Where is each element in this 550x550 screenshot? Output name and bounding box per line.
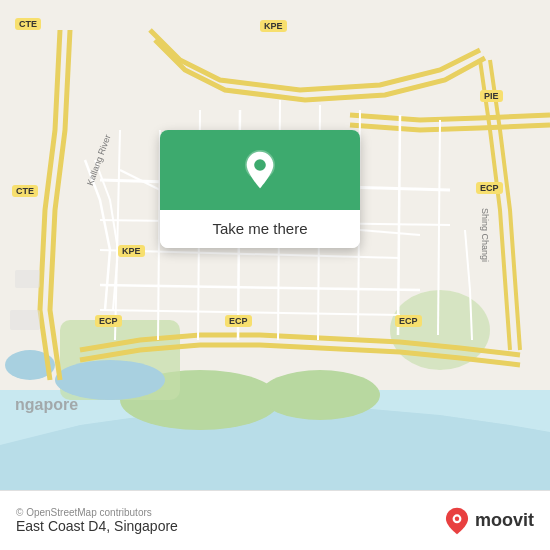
svg-point-29 [455, 516, 459, 520]
map-container: ngapore CTE KPE PIE CTE KPE ECP ECP ECP … [0, 0, 550, 550]
road-label-kpe-top: KPE [260, 20, 287, 32]
svg-point-4 [260, 370, 380, 420]
svg-line-11 [100, 250, 400, 258]
copyright-text: © OpenStreetMap contributors [16, 507, 178, 518]
svg-rect-24 [15, 270, 40, 288]
popup-white-section: Take me there [160, 210, 360, 248]
svg-line-21 [398, 115, 400, 335]
road-label-ecp-mid: ECP [225, 315, 252, 327]
shing-changi-label: Shing Changi [480, 208, 490, 262]
road-label-pie: PIE [480, 90, 503, 102]
map-svg: ngapore [0, 0, 550, 550]
popup-green-section [160, 130, 360, 210]
location-text: East Coast D4, Singapore [16, 518, 178, 534]
moovit-label: moovit [475, 510, 534, 531]
location-pin-icon [240, 150, 280, 190]
moovit-icon-svg [443, 507, 471, 535]
bottom-bar: © OpenStreetMap contributors East Coast … [0, 490, 550, 550]
road-label-ecp-left: ECP [95, 315, 122, 327]
svg-text:ngapore: ngapore [15, 396, 78, 413]
road-label-ecp-far: ECP [476, 182, 503, 194]
road-label-cte-mid: CTE [12, 185, 38, 197]
svg-point-7 [55, 360, 165, 400]
svg-rect-23 [10, 310, 40, 330]
bottom-left: © OpenStreetMap contributors East Coast … [16, 507, 178, 534]
moovit-logo: moovit [443, 507, 534, 535]
road-label-kpe-mid: KPE [118, 245, 145, 257]
popup-card: Take me there [160, 130, 360, 248]
svg-point-27 [254, 159, 266, 171]
take-me-there-button[interactable]: Take me there [176, 220, 344, 237]
svg-line-12 [100, 285, 420, 290]
road-label-cte-top: CTE [15, 18, 41, 30]
road-label-ecp-right: ECP [395, 315, 422, 327]
